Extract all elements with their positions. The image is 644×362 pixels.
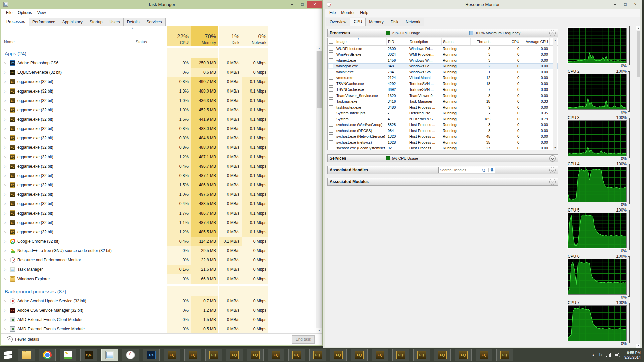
close-button[interactable]: ×	[307, 1, 322, 8]
taskbar-item-resource-monitor[interactable]	[122, 349, 139, 361]
expand-section-button[interactable]	[549, 155, 556, 162]
row-checkbox[interactable]	[329, 140, 333, 144]
taskbar-item-eqgame-13[interactable]: EQ	[413, 349, 430, 361]
maximize-button[interactable]: □	[620, 1, 630, 8]
taskbar-item-eqgame-16[interactable]: EQ	[476, 349, 492, 361]
expand-arrow-icon[interactable]: ▷	[4, 318, 8, 321]
resource-process-row[interactable]: winlogon.exe848Windows Lo...Running200.0…	[328, 63, 558, 69]
process-row[interactable]: ▷EQeqgame.exe (32 bit)0.8%490.7 MB0 MB/s…	[1, 77, 316, 86]
taskbar-item-eqgame-5[interactable]: EQ	[247, 349, 264, 361]
taskbar-item-eqgame-4[interactable]: EQ	[226, 349, 243, 361]
volume-icon[interactable]	[615, 353, 620, 357]
tab-cpu[interactable]: CPU	[350, 18, 366, 26]
process-row[interactable]: ▷Resource and Performance Monitor0%22.8 …	[1, 255, 316, 265]
scrollbar-thumb[interactable]	[317, 51, 322, 108]
column-header-cpu[interactable]: CPU	[492, 38, 521, 45]
resource-process-row[interactable]: wlanext.exe1456Windows Wi...Running300.0…	[328, 57, 558, 63]
taskbar-item-notepad-plus-plus[interactable]	[60, 349, 76, 361]
expand-arrow-icon[interactable]: ▷	[4, 155, 8, 159]
resource-process-row[interactable]: taskhostex.exe3480Host Process ...Runnin…	[328, 104, 558, 110]
resource-process-row[interactable]: vmms.exe2124Virtual Machi...Running1200.…	[328, 75, 558, 81]
tab-startup[interactable]: Startup	[86, 18, 106, 26]
process-row[interactable]: ▷EQeqgame.exe (32 bit)1.7%486.7 MB0 MB/s…	[1, 208, 316, 218]
end-task-button[interactable]: End task	[292, 335, 315, 344]
scroll-up-arrow[interactable]: ▲	[316, 46, 322, 51]
tab-services[interactable]: Services	[143, 18, 166, 26]
menu-options[interactable]: Options	[15, 10, 34, 15]
associated-modules-section-header[interactable]: Associated Modules	[327, 178, 558, 186]
expand-arrow-icon[interactable]: ▷	[4, 193, 8, 196]
expand-arrow-icon[interactable]: ▷	[4, 327, 8, 331]
resource-process-row[interactable]: Taskmgr.exe3416Task ManagerRunning1800.3…	[328, 99, 558, 105]
process-row[interactable]: ▷EQeqgame.exe (32 bit)1.3%488.0 MB0 MB/s…	[1, 86, 316, 96]
menu-file[interactable]: File	[327, 10, 338, 15]
hidden-icons-chevron[interactable]: ▲	[592, 353, 595, 357]
row-checkbox[interactable]	[329, 129, 333, 133]
process-group-header[interactable]: Apps (24)	[1, 48, 316, 58]
resource-process-row[interactable]: svchost.exe (netsvcs)1028Host Process ..…	[328, 139, 558, 145]
taskbar-item-eqgame-7[interactable]: EQ	[288, 349, 305, 361]
process-row[interactable]: ▷EQeqgame.exe (32 bit)1.2%487.1 MB0 MB/s…	[1, 152, 316, 162]
scroll-down-arrow[interactable]: ▼	[636, 344, 640, 348]
menu-file[interactable]: File	[3, 10, 15, 15]
process-row[interactable]: ▷EQeqgame.exe (32 bit)1.1%487.4 MB0 MB/s…	[1, 218, 316, 227]
tab-disk[interactable]: Disk	[387, 18, 402, 26]
expand-arrow-icon[interactable]: ▷	[4, 61, 8, 65]
menu-view[interactable]: View	[35, 10, 49, 15]
expand-arrow-icon[interactable]: ▷	[4, 230, 8, 234]
taskbar-item-file-explorer[interactable]	[18, 349, 35, 361]
process-row[interactable]: ▷EQeqgame.exe (32 bit)1.0%436.3 MB0 MB/s…	[1, 96, 316, 105]
process-list-scrollbar[interactable]: ▲ ▼	[316, 46, 322, 334]
taskbar-item-eqgame-1[interactable]: EQ	[164, 349, 180, 361]
row-checkbox[interactable]	[329, 58, 333, 62]
column-header-disk[interactable]: 1%Disk	[218, 26, 241, 46]
expand-arrow-icon[interactable]: ▷	[4, 299, 8, 303]
row-checkbox[interactable]	[329, 105, 333, 109]
taskbar-item-eqgame-3[interactable]: EQ	[205, 349, 222, 361]
process-row[interactable]: ▷Notepad++ : a free (GNU) source code ed…	[1, 246, 316, 255]
select-all-checkbox[interactable]	[329, 40, 333, 44]
process-row[interactable]: ▷AMD External Events Client Module0%1.5 …	[1, 315, 316, 324]
process-row[interactable]: ▷EQeqgame.exe (32 bit)1.6%441.9 MB0 MB/s…	[1, 115, 316, 124]
refresh-icon[interactable]: ⇅	[490, 168, 493, 172]
expand-arrow-icon[interactable]: ▷	[4, 136, 8, 140]
resource-process-row[interactable]: TSVNCache.exe4292TortoiseSVN ...Running1…	[328, 81, 558, 87]
resource-process-row[interactable]: svchost.exe (LocalSystemNet...92Host Pro…	[328, 145, 558, 150]
process-row[interactable]: ▷Task Manager0.1%21.6 MB0 MB/s0 Mbps	[1, 265, 316, 274]
expand-arrow-icon[interactable]: ▷	[4, 268, 8, 271]
close-button[interactable]: ×	[630, 1, 640, 8]
process-row[interactable]: ▷EQeqgame.exe (32 bit)0.4%483.5 MB0 MB/s…	[1, 199, 316, 208]
tab-users[interactable]: Users	[106, 18, 123, 26]
resource-process-row[interactable]: System4NT Kernel & S...Running18500.79	[328, 116, 558, 122]
row-checkbox[interactable]	[329, 111, 333, 115]
taskbar-item-eqgame-17[interactable]: EQ	[496, 349, 513, 361]
row-checkbox[interactable]	[329, 87, 333, 92]
expand-arrow-icon[interactable]: ▷	[4, 249, 8, 252]
column-header-memory[interactable]: 70%Memory	[191, 26, 218, 46]
taskbar-item-eqgame-9[interactable]: EQ	[330, 349, 347, 361]
process-row[interactable]: ▷EQeqgame.exe (32 bit)1.5%486.8 MB0 MB/s…	[1, 180, 316, 190]
tab-performance[interactable]: Performance	[29, 18, 59, 26]
column-header-pid[interactable]: PID	[386, 38, 408, 45]
expand-arrow-icon[interactable]: ▷	[4, 183, 8, 187]
expand-arrow-icon[interactable]: ▷	[4, 212, 8, 215]
expand-arrow-icon[interactable]: ▷	[4, 221, 8, 224]
tab-overview[interactable]: Overview	[326, 18, 350, 26]
taskbar-item-eqgame-8[interactable]: EQ	[309, 349, 326, 361]
tab-network[interactable]: Network	[402, 18, 424, 26]
expand-arrow-icon[interactable]: ▷	[4, 108, 8, 112]
resource-process-row[interactable]: svchost.exe (WerSvcGroup)8828Host Proces…	[328, 122, 558, 128]
task-manager-titlebar[interactable]: Task Manager – □ ×	[1, 0, 322, 9]
column-header-threads[interactable]: Threads	[470, 38, 492, 45]
clock[interactable]: 9:55 PM 9/25/2014	[624, 350, 641, 360]
expand-arrow-icon[interactable]: ▷	[4, 71, 8, 74]
column-header-status[interactable]: Status	[133, 26, 166, 46]
expand-arrow-icon[interactable]: ▷	[4, 118, 8, 121]
process-row[interactable]: ▷EQeqgame.exe (32 bit)0.8%488.0 MB0 MB/s…	[1, 143, 316, 152]
tab-processes[interactable]: Processes	[3, 18, 29, 26]
resource-process-row[interactable]: TeamViewer_Service.exe1620TeamViewer 9Ru…	[328, 93, 558, 99]
row-checkbox[interactable]	[329, 123, 333, 127]
resource-process-row[interactable]: TSVNCache.exe8692TortoiseSVN ...Running7…	[328, 87, 558, 93]
taskbar-item-photoshop[interactable]: Ps	[143, 349, 160, 361]
expand-section-button[interactable]	[549, 167, 556, 173]
